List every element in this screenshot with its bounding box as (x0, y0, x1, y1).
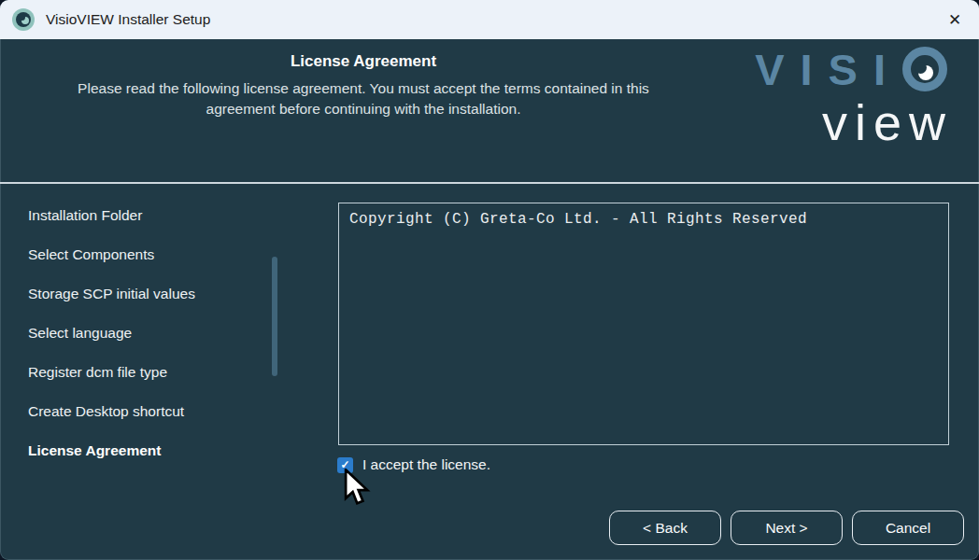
visioview-logo: VISI view (755, 47, 947, 147)
step-select-components: Select Components (28, 235, 262, 274)
accept-license-row: ✓ I accept the license. (337, 456, 490, 473)
titlebar[interactable]: VisioVIEW Installer Setup ✕ (0, 0, 979, 39)
logo-word-view: view (755, 97, 953, 147)
app-eye-icon (12, 8, 35, 31)
accept-license-checkbox[interactable]: ✓ (337, 457, 353, 473)
wizard-button-bar: < Back Next > Cancel (609, 511, 964, 545)
step-storage-scp-initial-values: Storage SCP initial values (28, 274, 262, 314)
sidebar-scrollbar-thumb[interactable] (272, 257, 277, 376)
installer-window: VisioVIEW Installer Setup ✕ License Agre… (0, 0, 979, 560)
close-icon[interactable]: ✕ (930, 0, 979, 39)
logo-word-visio: VISI (755, 47, 947, 91)
app-eye-icon-pupil (21, 17, 29, 24)
header-textblock: License Agreement Please read the follow… (54, 52, 673, 120)
step-select-language: Select language (28, 314, 262, 353)
step-license-agreement-current: License Agreement (28, 431, 262, 470)
accept-license-label[interactable]: I accept the license. (362, 456, 490, 473)
wizard-header: License Agreement Please read the follow… (0, 39, 979, 184)
back-button[interactable]: < Back (609, 511, 721, 545)
step-create-desktop-shortcut: Create Desktop shortcut (28, 392, 262, 431)
step-register-dcm-file-type: Register dcm file type (28, 353, 262, 392)
page-description: Please read the following license agreem… (54, 78, 673, 120)
window-title: VisioVIEW Installer Setup (46, 11, 210, 28)
license-text: Copyright (C) Greta-Co Ltd. - All Rights… (349, 211, 807, 228)
wizard-steps-list: Installation Folder Select Components St… (28, 196, 262, 470)
logo-eye-icon (902, 47, 947, 91)
logo-eye-pupil (918, 65, 933, 80)
next-button[interactable]: Next > (731, 511, 843, 545)
step-installation-folder: Installation Folder (28, 196, 262, 235)
cancel-button[interactable]: Cancel (852, 511, 964, 545)
page-title: License Agreement (54, 52, 673, 71)
logo-visi-text: VISI (755, 48, 901, 91)
license-text-area[interactable]: Copyright (C) Greta-Co Ltd. - All Rights… (338, 203, 949, 445)
mouse-cursor-icon (344, 469, 372, 508)
